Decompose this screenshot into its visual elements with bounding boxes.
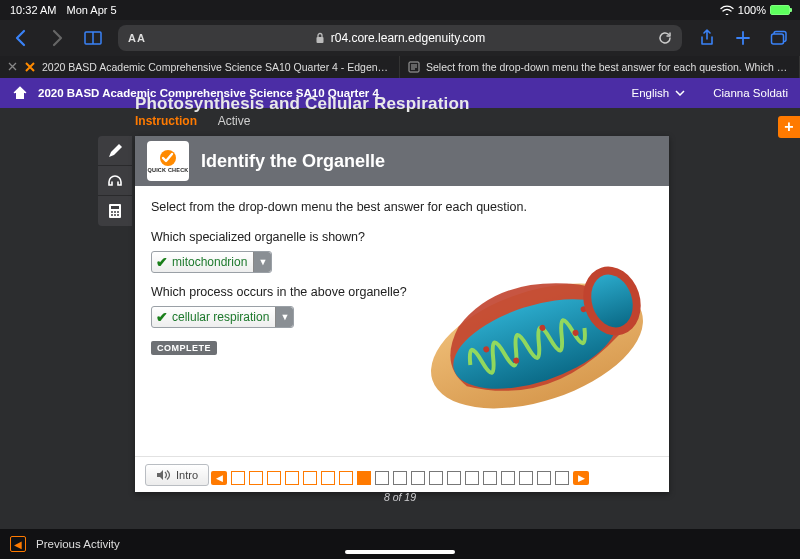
- tab-favicon-1: [24, 61, 36, 73]
- pager-box-15[interactable]: [483, 471, 497, 485]
- pager-box-5[interactable]: [303, 471, 317, 485]
- active-label: Active: [218, 114, 251, 128]
- svg-point-6: [111, 211, 113, 213]
- reload-button[interactable]: [658, 31, 672, 45]
- pager-box-18[interactable]: [537, 471, 551, 485]
- tab-title-2: Select from the drop-down menu the best …: [426, 61, 791, 73]
- lock-icon: [315, 32, 325, 44]
- chevron-down-icon: ▼: [253, 252, 271, 272]
- browser-toolbar: AA r04.core.learn.edgenuity.com: [0, 20, 800, 56]
- prev-activity-arrow[interactable]: ◀: [10, 536, 26, 552]
- check-icon: [157, 149, 179, 167]
- back-button[interactable]: [10, 27, 32, 49]
- pager-box-13[interactable]: [447, 471, 461, 485]
- pager-box-14[interactable]: [465, 471, 479, 485]
- pager-box-4[interactable]: [285, 471, 299, 485]
- pager-text: 8 of 19: [384, 491, 416, 503]
- expand-tab[interactable]: +: [778, 116, 800, 138]
- pager-box-9[interactable]: [375, 471, 389, 485]
- tool-column: [98, 136, 132, 226]
- card-title: Identify the Organelle: [201, 151, 385, 172]
- pager-next[interactable]: ▶: [573, 471, 589, 485]
- tab-title-1: 2020 BASD Academic Comprehensive Science…: [42, 61, 391, 73]
- question-prompt: Select from the drop-down menu the best …: [151, 200, 653, 214]
- svg-rect-5: [111, 206, 119, 209]
- browser-tab-1[interactable]: 2020 BASD Academic Comprehensive Science…: [0, 56, 400, 78]
- language-selector[interactable]: English: [631, 87, 685, 99]
- battery-percent: 100%: [738, 4, 766, 16]
- quick-check-badge: QUICK CHECK: [147, 141, 189, 181]
- calculator-tool[interactable]: [98, 196, 132, 226]
- answer-dropdown-2[interactable]: ✔ cellular respiration ▼: [151, 306, 294, 328]
- share-button[interactable]: [696, 27, 718, 49]
- status-time: 10:32 AM: [10, 4, 56, 16]
- check-icon: ✔: [152, 309, 172, 325]
- status-bar: 10:32 AM Mon Apr 5 100%: [0, 0, 800, 20]
- pencil-tool[interactable]: [98, 136, 132, 166]
- close-tab-icon[interactable]: [8, 62, 18, 72]
- tabs-button[interactable]: [768, 27, 790, 49]
- svg-point-8: [117, 211, 119, 213]
- answer-dropdown-1[interactable]: ✔ mitochondrion ▼: [151, 251, 272, 273]
- prev-activity-label[interactable]: Previous Activity: [36, 538, 120, 550]
- forward-button[interactable]: [46, 27, 68, 49]
- pager-box-1[interactable]: [231, 471, 245, 485]
- svg-point-7: [114, 211, 116, 213]
- bottom-bar: ◀ Previous Activity: [0, 529, 800, 559]
- url-text: r04.core.learn.edgenuity.com: [331, 31, 486, 45]
- svg-point-9: [111, 214, 113, 216]
- quick-check-label: QUICK CHECK: [147, 167, 188, 173]
- tab-favicon-2: [408, 61, 420, 73]
- pager-box-16[interactable]: [501, 471, 515, 485]
- address-bar[interactable]: AA r04.core.learn.edgenuity.com: [118, 25, 682, 51]
- language-label: English: [631, 87, 669, 99]
- organelle-image: [417, 246, 657, 426]
- answer-1-value: mitochondrion: [172, 255, 253, 269]
- svg-point-11: [117, 214, 119, 216]
- tab-strip: 2020 BASD Academic Comprehensive Science…: [0, 56, 800, 78]
- pager-box-11[interactable]: [411, 471, 425, 485]
- home-icon[interactable]: [12, 85, 28, 101]
- chevron-down-icon: ▼: [275, 307, 293, 327]
- user-name[interactable]: Cianna Soldati: [713, 87, 788, 99]
- pager-prev[interactable]: ◀: [211, 471, 227, 485]
- svg-point-10: [114, 214, 116, 216]
- pager-box-2[interactable]: [249, 471, 263, 485]
- pager: ◀▶ 8 of 19: [0, 471, 800, 503]
- pager-box-7[interactable]: [339, 471, 353, 485]
- card-header: QUICK CHECK Identify the Organelle: [135, 136, 669, 186]
- pager-box-6[interactable]: [321, 471, 335, 485]
- answer-2-value: cellular respiration: [172, 310, 275, 324]
- pager-box-10[interactable]: [393, 471, 407, 485]
- content-area: Photosynthesis and Cellular Respiration …: [0, 108, 800, 529]
- svg-rect-2: [772, 34, 784, 44]
- audio-tool[interactable]: [98, 166, 132, 196]
- instruction-tab[interactable]: Instruction: [135, 114, 197, 128]
- pager-box-12[interactable]: [429, 471, 443, 485]
- pager-box-8[interactable]: [357, 471, 371, 485]
- complete-badge: COMPLETE: [151, 341, 217, 355]
- text-size-button[interactable]: AA: [128, 32, 146, 44]
- new-tab-button[interactable]: [732, 27, 754, 49]
- wifi-icon: [720, 5, 734, 15]
- question-card: QUICK CHECK Identify the Organelle Selec…: [135, 136, 669, 492]
- chevron-down-icon: [675, 90, 685, 96]
- status-date: Mon Apr 5: [66, 4, 116, 16]
- question-1: Which specialized organelle is shown?: [151, 230, 653, 244]
- check-icon: ✔: [152, 254, 172, 270]
- lesson-title: Photosynthesis and Cellular Respiration: [135, 94, 470, 114]
- bookmarks-button[interactable]: [82, 27, 104, 49]
- lesson-header: Photosynthesis and Cellular Respiration …: [135, 94, 470, 128]
- browser-tab-2[interactable]: Select from the drop-down menu the best …: [400, 56, 800, 78]
- svg-rect-0: [316, 37, 323, 43]
- pager-box-19[interactable]: [555, 471, 569, 485]
- home-indicator[interactable]: [345, 550, 455, 554]
- battery-icon: [770, 5, 790, 15]
- pager-box-17[interactable]: [519, 471, 533, 485]
- pager-box-3[interactable]: [267, 471, 281, 485]
